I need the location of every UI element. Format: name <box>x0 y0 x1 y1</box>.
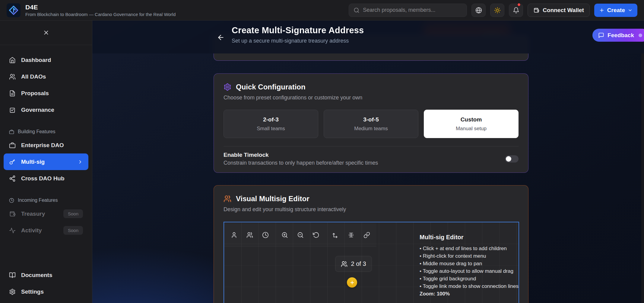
feedback-dot <box>639 34 642 37</box>
users-icon <box>246 232 253 238</box>
sidebar-item-enterprise-dao[interactable]: Enterprise DAO <box>4 137 88 153</box>
grid-toggle-button[interactable] <box>343 224 359 247</box>
node-label: 2 of 3 <box>351 260 366 267</box>
page-title: Create Multi-Signature Address <box>232 25 364 35</box>
rotate-ccw-icon <box>313 232 319 238</box>
gear-icon <box>9 288 16 295</box>
language-button[interactable] <box>471 4 486 17</box>
preset-custom[interactable]: Custom Manual setup <box>424 110 519 138</box>
help-title: Multi-sig Editor <box>420 234 522 241</box>
plus-icon <box>599 8 604 13</box>
sidebar-close-button[interactable] <box>0 21 92 45</box>
brand-title: D4E <box>25 4 176 11</box>
zoom-level-label: Zoom: 100% <box>420 291 522 297</box>
quick-configuration-card: Quick Configuration Choose from preset c… <box>214 73 528 173</box>
wallet-icon <box>533 7 539 13</box>
sidebar: Dashboard All DAOs Proposals Governance … <box>0 21 92 303</box>
brand[interactable]: D4E From Blockchain to Boardroom — Carda… <box>7 3 176 17</box>
users-icon <box>224 195 231 203</box>
wallet-icon <box>9 211 16 217</box>
auto-layout-button[interactable] <box>328 224 343 247</box>
globe-icon <box>475 7 482 14</box>
connect-wallet-button[interactable]: Connect Wallet <box>528 4 590 17</box>
reset-view-button[interactable] <box>308 224 324 247</box>
link-icon <box>363 232 370 238</box>
add-child-button[interactable] <box>347 277 357 288</box>
divider <box>224 146 519 147</box>
scrollbar-track[interactable] <box>641 21 644 303</box>
sidebar-item-dashboard[interactable]: Dashboard <box>4 52 88 68</box>
timelock-toggle[interactable] <box>505 155 519 163</box>
sidebar-item-settings[interactable]: Settings <box>4 283 88 300</box>
sidebar-item-cross-dao-hub[interactable]: Cross DAO Hub <box>4 170 88 187</box>
editor-help-panel: Multi-sig Editor Click + at end of lines… <box>420 234 522 297</box>
zoom-out-icon <box>297 232 304 238</box>
close-icon <box>43 29 49 36</box>
sidebar-item-activity[interactable]: Activity Soon <box>4 222 88 239</box>
vote-icon <box>9 107 16 113</box>
chevron-right-icon <box>78 159 83 165</box>
page-subtitle: Set up a secure multi-signature treasury… <box>232 38 364 44</box>
axes-icon <box>332 232 339 238</box>
quick-config-title: Quick Configuration <box>236 83 306 91</box>
create-button[interactable]: Create <box>594 4 637 17</box>
timelock-tool-button[interactable] <box>258 224 273 247</box>
help-tip: Click + at end of lines to add children <box>420 245 522 252</box>
top-bar: D4E From Blockchain to Boardroom — Carda… <box>0 0 644 21</box>
clock-icon <box>262 232 269 238</box>
section-incoming-features: Incoming Features <box>4 198 88 203</box>
help-tip: Right-click for context menu <box>420 252 522 260</box>
zoom-out-button[interactable] <box>293 224 308 247</box>
help-tip: Middle mouse drag to pan <box>420 260 522 267</box>
preset-options: 2-of-3 Small teams 3-of-5 Medium teams C… <box>224 110 519 138</box>
briefcase-icon <box>9 129 14 134</box>
page-header: Create Multi-Signature Address Set up a … <box>92 21 644 53</box>
preset-2-of-3[interactable]: 2-of-3 Small teams <box>224 110 318 138</box>
user-icon <box>231 232 237 238</box>
sidebar-nav: Dashboard All DAOs Proposals Governance … <box>0 45 92 303</box>
help-tip: Toggle auto-layout to allow manual drag <box>420 267 522 275</box>
sidebar-item-proposals[interactable]: Proposals <box>4 85 88 102</box>
toggle-knob <box>506 156 511 162</box>
soon-badge: Soon <box>63 226 83 235</box>
search-box[interactable] <box>349 4 467 17</box>
search-icon <box>354 7 360 13</box>
preset-3-of-5[interactable]: 3-of-5 Medium teams <box>324 110 418 138</box>
zoom-in-icon <box>281 232 288 238</box>
editor-title: Visual Multisig Editor <box>236 195 309 203</box>
timelock-description: Constrain transactions to only happen be… <box>224 160 378 166</box>
zoom-in-button[interactable] <box>277 224 293 247</box>
back-button[interactable] <box>215 32 226 43</box>
link-mode-button[interactable] <box>359 224 375 247</box>
add-signer-tool-button[interactable] <box>226 224 242 247</box>
home-icon <box>9 57 16 63</box>
sidebar-item-documents[interactable]: Documents <box>4 267 88 283</box>
feedback-button[interactable]: Feedback <box>592 29 644 42</box>
briefcase-icon <box>9 142 16 149</box>
notifications-button[interactable] <box>509 4 523 17</box>
multisig-editor-canvas[interactable]: 2 of 3 Multi-sig Editor Click + at end o… <box>224 222 519 303</box>
help-tip: Toggle link mode to show connection line… <box>420 282 522 290</box>
message-icon <box>598 32 604 38</box>
d4e-logo-icon <box>7 3 21 17</box>
sidebar-item-all-daos[interactable]: All DAOs <box>4 68 88 85</box>
add-group-tool-button[interactable] <box>242 224 258 247</box>
sun-icon <box>494 7 501 14</box>
key-icon <box>9 159 16 165</box>
app-root: D4E From Blockchain to Boardroom — Carda… <box>0 0 644 303</box>
theme-toggle-button[interactable] <box>490 4 504 17</box>
sidebar-item-multi-sig[interactable]: Multi-sig <box>4 153 88 170</box>
gear-icon <box>224 83 231 91</box>
sidebar-item-treasury[interactable]: Treasury Soon <box>4 205 88 222</box>
visual-multisig-editor-card: Visual Multisig Editor Design and edit y… <box>214 185 528 303</box>
bell-icon <box>513 7 519 14</box>
search-input[interactable] <box>363 7 462 13</box>
notification-dot <box>517 3 521 7</box>
arrow-left-icon <box>217 34 225 41</box>
multisig-root-node[interactable]: 2 of 3 <box>335 256 372 272</box>
sidebar-item-governance[interactable]: Governance <box>4 102 88 118</box>
plus-icon <box>350 280 355 285</box>
book-open-icon <box>9 272 16 279</box>
soon-badge: Soon <box>63 209 83 218</box>
clock-icon <box>9 198 14 203</box>
